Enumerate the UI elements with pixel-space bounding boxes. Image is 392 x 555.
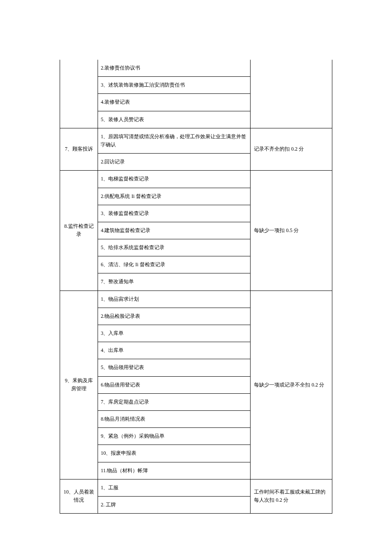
criteria-cell: 工作时间不着工服或未戴工牌的每人次扣 0.2 分 (251, 479, 332, 513)
item-cell: 2.供配电系统 Ii 督检查记录 (98, 188, 251, 205)
table-row: 8.监忤检查记录1、电梯监督检查记录每缺少一项扣 0.5 分 (60, 171, 332, 188)
table-row: 7、顾客投诉1、原因填写清楚或情况分析准确，处理工作效果让业主满意并签字确认记录… (60, 128, 332, 153)
item-cell: 1、物品宙求计划 (98, 291, 251, 308)
table-row: 10、人员着装情况1、工服工作时间不着工服或未戴工牌的每人次扣 0.2 分 (60, 479, 332, 496)
item-cell: 7、库房定期盘点记录 (98, 393, 251, 410)
item-cell: 4、出库单 (98, 342, 251, 359)
criteria-cell: 每缺少一项扣 0.5 分 (251, 171, 332, 291)
item-cell: 4.装修登记表 (98, 94, 251, 111)
item-cell: 9、紧急（例外）采购物品单 (98, 428, 251, 445)
assessment-table: 2.装修责任协议书3、述筑装饰装修施工治安消防责任书4.装修登记表5、装修人员赞… (60, 60, 332, 514)
item-cell: 6、清洁、绿化 Ii 督检查记录 (98, 256, 251, 273)
item-cell: 3、入库单 (98, 325, 251, 342)
category-cell: 8.监忤检查记录 (60, 171, 98, 291)
item-cell: 10、报废申报表 (98, 445, 251, 462)
item-cell: 2.回访记录 (98, 154, 251, 171)
category-cell: 7、顾客投诉 (60, 128, 98, 171)
item-cell: 1、工服 (98, 479, 251, 496)
item-cell: 5、给排水系统监督检查记录 (98, 239, 251, 256)
category-cell (60, 60, 98, 128)
table-row: 2.装修责任协议书 (60, 60, 332, 77)
item-cell: 1、电梯监督检查记录 (98, 171, 251, 188)
item-cell: 2.装修责任协议书 (98, 60, 251, 77)
criteria-cell (251, 60, 332, 128)
item-cell: 5、物品领用登记表 (98, 359, 251, 376)
item-cell: 1、原因填写清楚或情况分析准确，处理工作效果让业主满意并签字确认 (98, 128, 251, 153)
item-cell: 2. 工牌 (98, 496, 251, 513)
item-cell: 8.物品月消耗情况表 (98, 410, 251, 427)
table-row: 9、釆购及库房管理1、物品宙求计划每缺少一项或记录不全扣 0.2 分 (60, 291, 332, 308)
category-cell: 10、人员着装情况 (60, 479, 98, 513)
item-cell: 2.物品检脸记录表 (98, 308, 251, 325)
item-cell: 7、整改通知单 (98, 273, 251, 291)
item-cell: 5、装修人员赞记表 (98, 111, 251, 128)
item-cell: 6.物品借用登记表 (98, 376, 251, 393)
criteria-cell: 每缺少一项或记录不全扣 0.2 分 (251, 291, 332, 479)
item-cell: 3、装修监督检查记录 (98, 205, 251, 222)
item-cell: 3、述筑装饰装修施工治安消防责任书 (98, 77, 251, 94)
item-cell: 11.物品（材料）帐簿 (98, 462, 251, 479)
category-cell: 9、釆购及库房管理 (60, 291, 98, 479)
criteria-cell: 记录不齐全的扣 0.2 分 (251, 128, 332, 171)
item-cell: 4.建筑物监督检查记录 (98, 222, 251, 239)
